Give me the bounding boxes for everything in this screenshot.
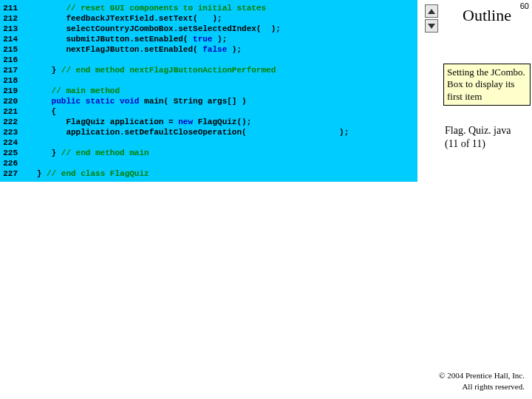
code-text: feedbackJTextField.setText( ); bbox=[22, 13, 417, 24]
code-line: 227 } // end class FlagQuiz bbox=[0, 168, 417, 179]
code-text: FlagQuiz application = new FlagQuiz(); bbox=[22, 117, 417, 127]
code-line: 221 { bbox=[0, 106, 417, 117]
code-line: 212 feedbackJTextField.setText( ); bbox=[0, 13, 417, 24]
code-line: 211 // reset GUI components to initial s… bbox=[0, 3, 417, 13]
code-text: { bbox=[22, 106, 417, 117]
chevron-down-icon bbox=[428, 24, 435, 29]
file-part: (11 of 11) bbox=[445, 137, 511, 151]
code-text bbox=[22, 137, 417, 148]
code-text: } // end method nextFlagJButtonActionPer… bbox=[22, 65, 417, 75]
line-number: 223 bbox=[0, 127, 22, 137]
chevron-up-icon bbox=[428, 9, 435, 14]
line-number: 213 bbox=[0, 24, 22, 34]
code-text bbox=[22, 75, 417, 86]
line-number: 222 bbox=[0, 117, 22, 127]
outline-heading: Outline bbox=[463, 6, 511, 25]
code-text: } // end class FlagQuiz bbox=[22, 168, 417, 179]
code-text: submitJButton.setEnabled( true ); bbox=[22, 34, 417, 44]
code-text: application.setDefaultCloseOperation( ); bbox=[22, 127, 417, 137]
code-line: 215 nextFlagJButton.setEnabled( false ); bbox=[0, 44, 417, 55]
line-number: 220 bbox=[0, 96, 22, 106]
line-number: 211 bbox=[0, 3, 22, 13]
code-text: } // end method main bbox=[22, 148, 417, 158]
nav-up-button[interactable] bbox=[425, 4, 438, 18]
slide-number: 60 bbox=[520, 1, 529, 10]
line-number: 219 bbox=[0, 86, 22, 96]
code-panel: 211 // reset GUI components to initial s… bbox=[0, 0, 417, 182]
code-text: public static void main( String args[] ) bbox=[22, 96, 417, 106]
copyright: © 2004 Prentice Hall, Inc. All rights re… bbox=[439, 370, 525, 392]
code-text: // reset GUI components to initial state… bbox=[22, 3, 417, 13]
code-line: 226 bbox=[0, 158, 417, 168]
code-line: 216 bbox=[0, 55, 417, 65]
line-number: 225 bbox=[0, 148, 22, 158]
code-text: selectCountryJComboBox.setSelectedIndex(… bbox=[22, 24, 417, 34]
callout-note: Setting the JCombo. Box to display its f… bbox=[443, 64, 531, 106]
code-line: 225 } // end method main bbox=[0, 148, 417, 158]
file-label: Flag. Quiz. java (11 of 11) bbox=[445, 124, 511, 150]
line-number: 216 bbox=[0, 55, 22, 65]
code-line: 224 bbox=[0, 137, 417, 148]
line-number: 224 bbox=[0, 137, 22, 148]
line-number: 226 bbox=[0, 158, 22, 168]
code-text: // main method bbox=[22, 86, 417, 96]
code-line: 218 bbox=[0, 75, 417, 86]
line-number: 218 bbox=[0, 75, 22, 86]
line-number: 214 bbox=[0, 34, 22, 44]
code-line: 222 FlagQuiz application = new FlagQuiz(… bbox=[0, 117, 417, 127]
code-text: nextFlagJButton.setEnabled( false ); bbox=[22, 44, 417, 55]
nav-arrows bbox=[425, 4, 438, 33]
code-text bbox=[22, 158, 417, 168]
line-number: 212 bbox=[0, 13, 22, 24]
file-name: Flag. Quiz. java bbox=[445, 124, 511, 137]
nav-down-button[interactable] bbox=[425, 19, 438, 33]
code-line: 213 selectCountryJComboBox.setSelectedIn… bbox=[0, 24, 417, 34]
line-number: 217 bbox=[0, 65, 22, 75]
code-line: 217 } // end method nextFlagJButtonActio… bbox=[0, 65, 417, 75]
copyright-line-2: All rights reserved. bbox=[439, 381, 525, 392]
code-line: 223 application.setDefaultCloseOperation… bbox=[0, 127, 417, 137]
line-number: 215 bbox=[0, 44, 22, 55]
code-line: 220 public static void main( String args… bbox=[0, 96, 417, 106]
code-line: 219 // main method bbox=[0, 86, 417, 96]
copyright-line-1: © 2004 Prentice Hall, Inc. bbox=[439, 370, 525, 381]
line-number: 221 bbox=[0, 106, 22, 117]
code-line: 214 submitJButton.setEnabled( true ); bbox=[0, 34, 417, 44]
code-text bbox=[22, 55, 417, 65]
line-number: 227 bbox=[0, 168, 22, 179]
